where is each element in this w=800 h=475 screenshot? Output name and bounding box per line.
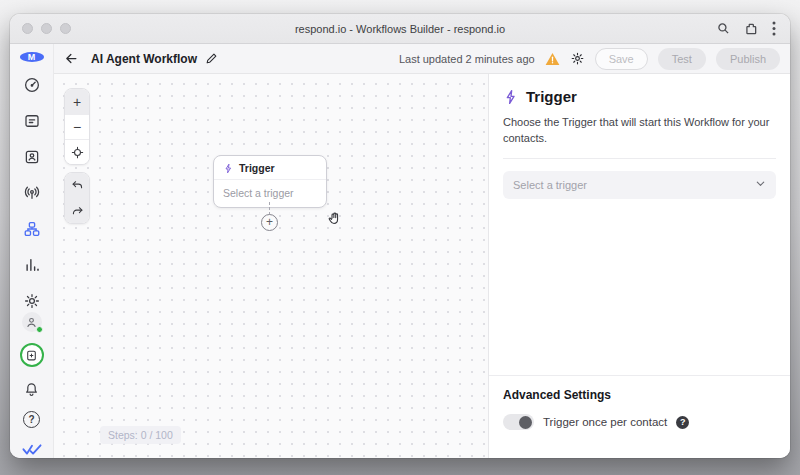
workflow-title: AI Agent Workflow bbox=[91, 52, 197, 66]
sidebar-item-notifications[interactable] bbox=[21, 378, 43, 400]
sidebar-item-help[interactable]: ? bbox=[23, 411, 40, 428]
browser-window: respond.io - Workflows Builder - respond… bbox=[10, 14, 790, 458]
publish-button[interactable]: Publish bbox=[716, 48, 780, 70]
browser-menu-icon[interactable] bbox=[772, 21, 776, 36]
trigger-select-placeholder: Select a trigger bbox=[513, 179, 587, 191]
speedometer-icon bbox=[23, 76, 41, 94]
trigger-bolt-icon bbox=[223, 163, 234, 174]
zoom-out-button[interactable]: − bbox=[65, 114, 89, 139]
trigger-once-toggle[interactable] bbox=[503, 414, 534, 430]
minimize-window-button[interactable] bbox=[41, 23, 52, 34]
save-button[interactable]: Save bbox=[595, 48, 648, 70]
zoom-controls: + − bbox=[64, 88, 90, 165]
workflow-icon bbox=[23, 220, 41, 238]
sidebar-item-reports[interactable] bbox=[21, 254, 43, 276]
trigger-bolt-icon bbox=[503, 89, 519, 105]
bell-icon bbox=[23, 381, 40, 398]
sidebar-item-workflows[interactable] bbox=[21, 218, 43, 240]
sidebar-item-broadcast[interactable] bbox=[21, 182, 43, 204]
test-button[interactable]: Test bbox=[658, 48, 706, 70]
sidebar-item-profile-status[interactable] bbox=[22, 312, 42, 332]
divider bbox=[503, 158, 776, 159]
workflow-settings-icon[interactable] bbox=[570, 51, 585, 66]
trigger-config-panel: Trigger Choose the Trigger that will sta… bbox=[488, 74, 790, 458]
trigger-node-title: Trigger bbox=[239, 162, 275, 174]
advanced-settings-heading: Advanced Settings bbox=[503, 388, 776, 402]
sidebar: M bbox=[10, 44, 54, 458]
workflow-toolbar: AI Agent Workflow Last updated 2 minutes… bbox=[54, 44, 790, 74]
undo-icon bbox=[71, 179, 84, 192]
online-status-dot bbox=[36, 326, 43, 333]
chevron-down-icon bbox=[755, 178, 766, 191]
browser-tab-title: respond.io - Workflows Builder - respond… bbox=[10, 23, 790, 35]
trigger-once-label: Trigger once per contact bbox=[543, 416, 667, 428]
chat-icon bbox=[23, 112, 41, 130]
workflow-canvas[interactable]: + − bbox=[54, 74, 488, 458]
hand-cursor-icon bbox=[326, 210, 343, 231]
search-icon[interactable] bbox=[717, 22, 730, 35]
redo-icon bbox=[71, 205, 84, 218]
extensions-icon[interactable] bbox=[744, 22, 758, 36]
add-step-button[interactable]: + bbox=[261, 214, 278, 231]
sidebar-item-contacts[interactable] bbox=[21, 146, 43, 168]
fit-view-button[interactable] bbox=[65, 139, 89, 164]
contact-card-icon bbox=[23, 148, 41, 166]
browser-titlebar: respond.io - Workflows Builder - respond… bbox=[10, 14, 790, 44]
sidebar-item-inbox[interactable] bbox=[21, 110, 43, 132]
trigger-node-placeholder[interactable]: Select a trigger bbox=[214, 180, 326, 207]
sidebar-item-dashboard[interactable] bbox=[21, 74, 43, 96]
panel-description: Choose the Trigger that will start this … bbox=[503, 115, 776, 147]
undo-button[interactable] bbox=[65, 173, 89, 198]
panel-title: Trigger bbox=[526, 88, 577, 105]
edit-title-button[interactable] bbox=[205, 52, 218, 65]
history-controls bbox=[64, 172, 90, 224]
warning-icon[interactable] bbox=[545, 52, 560, 66]
device-add-icon bbox=[25, 349, 38, 362]
bar-chart-icon bbox=[23, 256, 41, 274]
fit-view-icon bbox=[71, 146, 84, 159]
trigger-node[interactable]: Trigger Select a trigger bbox=[213, 155, 327, 208]
help-icon[interactable]: ? bbox=[676, 416, 689, 429]
maximize-window-button[interactable] bbox=[60, 23, 71, 34]
respondio-logo-icon[interactable] bbox=[21, 439, 43, 458]
close-window-button[interactable] bbox=[22, 23, 33, 34]
sidebar-item-onboarding-progress[interactable] bbox=[20, 343, 44, 367]
advanced-settings-section: Advanced Settings Trigger once per conta… bbox=[489, 375, 790, 430]
last-updated-text: Last updated 2 minutes ago bbox=[399, 53, 535, 65]
sidebar-item-settings[interactable] bbox=[21, 290, 43, 312]
pencil-icon bbox=[205, 52, 218, 65]
toggle-knob bbox=[519, 416, 532, 429]
back-arrow-icon bbox=[64, 51, 79, 66]
avatar[interactable]: M bbox=[20, 52, 44, 62]
redo-button[interactable] bbox=[65, 198, 89, 223]
back-button[interactable] bbox=[64, 51, 79, 66]
broadcast-icon bbox=[23, 184, 41, 202]
zoom-in-button[interactable]: + bbox=[65, 89, 89, 114]
gear-icon bbox=[23, 292, 41, 310]
steps-counter: Steps: 0 / 100 bbox=[100, 426, 181, 444]
traffic-lights bbox=[22, 23, 71, 34]
trigger-select[interactable]: Select a trigger bbox=[503, 171, 776, 199]
